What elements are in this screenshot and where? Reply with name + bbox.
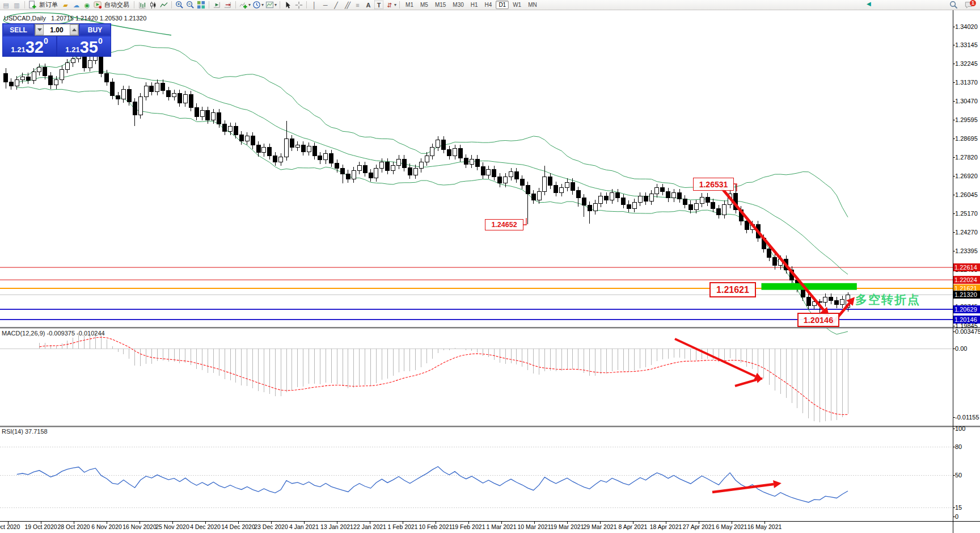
toolbar-separator: [235, 1, 236, 9]
line-chart-icon[interactable]: [159, 1, 168, 10]
periods-dropdown-icon[interactable]: ▾: [261, 2, 264, 7]
volume-down-button[interactable]: [35, 24, 44, 35]
panel-arrow-icon[interactable]: ◀: [867, 1, 871, 7]
toolbar-separator: [306, 1, 307, 9]
one-click-trading-panel: SELL BUY 1.21320 1.21350: [2, 23, 111, 57]
price-callout-120146[interactable]: 1.20146: [797, 313, 839, 327]
triangle-up-icon: [72, 28, 77, 31]
toolbar-separator: [24, 1, 25, 9]
fibonacci-icon[interactable]: ≡: [353, 1, 362, 10]
tf-m1-button[interactable]: M1: [403, 1, 416, 9]
arrows-dropdown-icon[interactable]: ▾: [394, 2, 396, 7]
triangle-down-icon: [37, 28, 42, 31]
zoom-out-icon[interactable]: [185, 1, 195, 10]
sell-price-small: 1.21: [11, 45, 25, 54]
tf-h4-button[interactable]: H4: [482, 1, 495, 9]
horizontal-line-icon[interactable]: ─: [320, 1, 330, 10]
toolbar-separator: [209, 1, 209, 9]
tf-d1-button[interactable]: D1: [496, 1, 509, 9]
tf-h1-button[interactable]: H1: [468, 1, 481, 9]
chart-shift-icon[interactable]: [223, 1, 233, 10]
gold-icon[interactable]: ▰: [61, 1, 70, 10]
arrows-tool-icon[interactable]: ⇵: [385, 1, 394, 10]
text-label-icon[interactable]: T: [374, 1, 383, 9]
toolbar-separator: [280, 1, 280, 9]
price-callout-124652[interactable]: 1.24652: [485, 219, 523, 230]
vertical-line-icon[interactable]: │: [310, 1, 319, 10]
bar-chart-icon[interactable]: [137, 1, 147, 10]
community-icon[interactable]: ☁: [71, 1, 81, 10]
tf-m30-button[interactable]: M30: [450, 1, 466, 9]
indicators-icon[interactable]: [239, 1, 248, 10]
volume-up-button[interactable]: [70, 24, 78, 35]
notification-badge: 1: [970, 0, 976, 6]
candlestick-chart-icon[interactable]: [148, 1, 158, 10]
toolbar: ▤ ▥ 新订单 ▰ ☁ ◉ 自动交易 ▾ ▾ ▾ │ ─ ╱ ╱╱ ≡ A T …: [0, 0, 980, 10]
buy-price-big: 35: [80, 39, 98, 56]
zoom-in-icon[interactable]: [175, 1, 184, 10]
new-order-label[interactable]: 新订单: [39, 1, 58, 9]
chart-window-icon[interactable]: ▤: [1, 1, 11, 10]
autotrade-label[interactable]: 自动交易: [104, 1, 129, 9]
price-callout-126531[interactable]: 1.26531: [693, 178, 734, 191]
chart-plot-area[interactable]: [0, 0, 980, 533]
text-tool-icon[interactable]: A: [364, 1, 373, 10]
buy-button[interactable]: BUY: [79, 24, 111, 36]
tf-mn-button[interactable]: MN: [525, 1, 540, 9]
volume-input[interactable]: [44, 24, 70, 35]
channel-icon[interactable]: ╱╱: [342, 1, 352, 10]
buy-price-small: 1.21: [65, 45, 79, 54]
price-callout-121621[interactable]: 1.21621: [709, 282, 756, 297]
buy-price-display[interactable]: 1.21350: [57, 36, 111, 56]
autotrade-icon[interactable]: [93, 1, 103, 10]
notifications-icon[interactable]: 1: [964, 1, 973, 10]
new-order-icon[interactable]: [28, 1, 37, 10]
buy-price-sup: 0: [98, 36, 103, 45]
template-dropdown-icon[interactable]: ▾: [274, 2, 277, 7]
tf-m15-button[interactable]: M15: [432, 1, 449, 9]
template-icon[interactable]: [265, 1, 274, 10]
sell-price-display[interactable]: 1.21320: [3, 36, 56, 56]
cursor-icon[interactable]: [283, 1, 293, 10]
volume-control: [35, 24, 79, 36]
sell-price-sup: 0: [44, 36, 48, 45]
toolbar-separator: [134, 1, 134, 9]
toolbar-separator: [399, 1, 400, 9]
auto-scroll-icon[interactable]: [212, 1, 222, 10]
trendline-icon[interactable]: ╱: [331, 1, 341, 10]
sell-button[interactable]: SELL: [3, 24, 34, 36]
search-icon[interactable]: [949, 1, 958, 10]
toolbar-separator: [171, 1, 172, 9]
periods-clock-icon[interactable]: [252, 1, 261, 10]
tf-w1-button[interactable]: W1: [510, 1, 524, 9]
crosshair-icon[interactable]: [294, 1, 303, 10]
tile-windows-icon[interactable]: [196, 1, 206, 10]
tf-m5-button[interactable]: M5: [417, 1, 431, 9]
data-window-icon[interactable]: ▥: [12, 1, 22, 10]
indicators-dropdown-icon[interactable]: ▾: [248, 2, 251, 7]
signal-icon[interactable]: ◉: [82, 1, 92, 10]
sell-price-big: 32: [26, 39, 44, 56]
